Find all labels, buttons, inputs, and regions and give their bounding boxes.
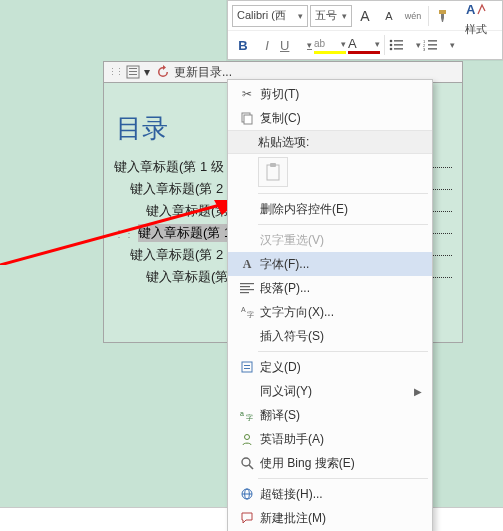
ctx-paste-options (228, 154, 432, 190)
format-painter-icon (436, 8, 452, 24)
svg-rect-6 (394, 48, 403, 49)
shrink-font-button[interactable]: A (378, 5, 400, 27)
phonetic-guide-button[interactable]: wén (402, 5, 424, 27)
svg-text:A: A (466, 2, 476, 17)
ctx-synonym[interactable]: 同义词(Y) ▶ (228, 379, 432, 403)
ctx-english-assistant[interactable]: 英语助手(A) (228, 427, 432, 451)
grip-icon: ⋮⋮ (114, 228, 134, 239)
svg-text:A: A (241, 306, 246, 313)
update-toc-label: 更新目录... (174, 64, 232, 81)
svg-rect-29 (242, 362, 252, 372)
svg-rect-25 (240, 289, 254, 290)
grow-font-button[interactable]: A (354, 5, 376, 27)
svg-rect-8 (428, 40, 437, 41)
svg-rect-23 (240, 283, 254, 284)
ctx-define[interactable]: 定义(D) (228, 355, 432, 379)
svg-rect-30 (244, 365, 250, 366)
assistant-icon (234, 432, 260, 446)
italic-button[interactable]: I (256, 34, 278, 56)
svg-rect-16 (129, 74, 137, 75)
context-menu: ✂ 剪切(T) 复制(C) 粘贴选项: 删除内容控件(E) 汉字重选(V) A … (227, 79, 433, 531)
svg-rect-14 (129, 68, 137, 69)
styles-label: 样式 (465, 22, 487, 37)
clipboard-icon (265, 163, 281, 181)
ctx-bing-search[interactable]: 使用 Bing 搜索(E) (228, 451, 432, 475)
ctx-new-comment[interactable]: 新建批注(M) (228, 506, 432, 530)
font-size-select[interactable]: 五号▾ (310, 5, 352, 27)
ctx-hanzi-reselect: 汉字重选(V) (228, 228, 432, 252)
svg-text:a: a (240, 410, 244, 417)
svg-text:3: 3 (423, 47, 426, 51)
ctx-translate[interactable]: a字 翻译(S) (228, 403, 432, 427)
mini-toolbar: Calibri (西▾ 五号▾ A A wén A 样式 B I U▾ ab▾ … (227, 0, 503, 60)
svg-rect-15 (129, 71, 137, 72)
ctx-paste-header: 粘贴选项: (228, 130, 432, 154)
styles-icon: A (466, 1, 486, 19)
paste-option-button[interactable] (258, 157, 288, 187)
svg-rect-2 (394, 40, 403, 41)
ctx-insert-symbol[interactable]: 插入符号(S) (228, 324, 432, 348)
cut-icon: ✂ (234, 87, 260, 101)
svg-rect-26 (240, 292, 249, 293)
highlight-button[interactable]: ab▾ (314, 36, 346, 54)
format-painter-button[interactable] (433, 5, 455, 27)
svg-text:字: 字 (247, 311, 254, 318)
svg-rect-31 (244, 368, 250, 369)
svg-text:字: 字 (246, 414, 253, 421)
ctx-delete-content-control[interactable]: 删除内容控件(E) (228, 197, 432, 221)
comment-icon (234, 511, 260, 525)
font-size-value: 五号 (315, 8, 337, 23)
submenu-arrow-icon: ▶ (414, 386, 422, 397)
paragraph-icon (234, 282, 260, 294)
font-color-button[interactable]: A▾ (348, 36, 380, 54)
hyperlink-icon (234, 487, 260, 501)
svg-rect-20 (244, 115, 252, 124)
svg-rect-12 (428, 48, 437, 49)
svg-rect-22 (270, 163, 276, 167)
font-icon: A (234, 257, 260, 272)
text-direction-icon: A字 (234, 305, 260, 319)
font-name-select[interactable]: Calibri (西▾ (232, 5, 308, 27)
translate-icon: a字 (234, 408, 260, 422)
ctx-text-direction[interactable]: A字 文字方向(X)... (228, 300, 432, 324)
bullets-button[interactable]: ▾ (389, 34, 421, 56)
svg-rect-21 (267, 165, 279, 180)
svg-point-35 (242, 458, 250, 466)
copy-icon (234, 111, 260, 125)
ctx-paragraph[interactable]: 段落(P)... (228, 276, 432, 300)
styles-button[interactable]: A 样式 (459, 0, 493, 41)
define-icon (234, 360, 260, 374)
search-icon (234, 456, 260, 470)
ctx-font[interactable]: A 字体(F)... (228, 252, 432, 276)
underline-button[interactable]: U▾ (280, 34, 312, 56)
svg-point-3 (390, 44, 393, 47)
bold-button[interactable]: B (232, 34, 254, 56)
svg-rect-4 (394, 44, 403, 45)
font-name-value: Calibri (西 (237, 8, 286, 23)
grip-icon: ⋮⋮ (108, 67, 122, 77)
svg-point-1 (390, 40, 393, 43)
toc-icon (126, 65, 140, 79)
svg-point-5 (390, 48, 393, 51)
ctx-hyperlink[interactable]: 超链接(H)... (228, 482, 432, 506)
svg-rect-10 (428, 44, 437, 45)
ctx-copy[interactable]: 复制(C) (228, 106, 432, 130)
ctx-cut[interactable]: ✂ 剪切(T) (228, 82, 432, 106)
refresh-icon (156, 65, 170, 79)
numbering-icon: 123 (423, 39, 437, 51)
numbering-button[interactable]: 123▾ (423, 34, 455, 56)
bullets-icon (389, 39, 403, 51)
svg-line-36 (249, 465, 253, 469)
svg-point-34 (245, 435, 250, 440)
svg-rect-24 (240, 286, 250, 287)
